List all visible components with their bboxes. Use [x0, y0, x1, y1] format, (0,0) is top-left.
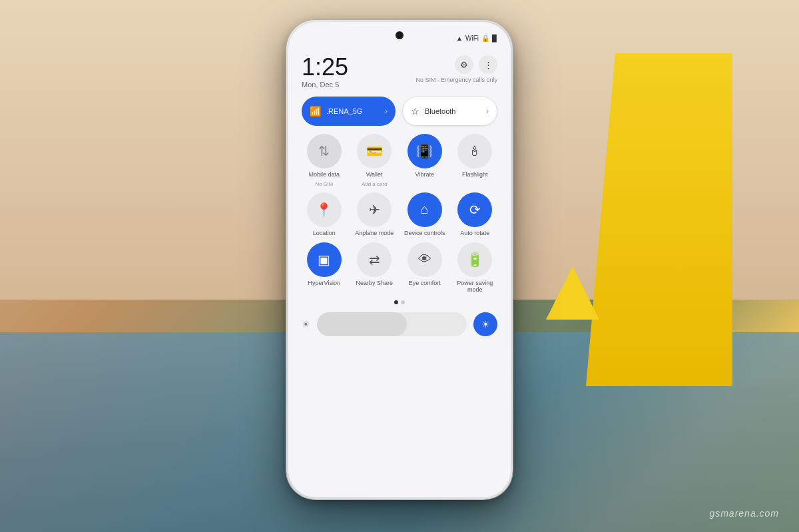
airplane-btn[interactable]: ✈ — [357, 192, 392, 227]
time-display: 1:25 Mon, Dec 5 — [302, 55, 348, 89]
toggle-nearby-share[interactable]: ⇄ Nearby Share — [352, 242, 398, 294]
mobile-data-btn[interactable]: ⇅ — [307, 134, 342, 168]
brightness-min-icon: ☀ — [302, 319, 310, 330]
page-dots — [302, 300, 497, 304]
date-text: Mon, Dec 5 — [302, 81, 348, 89]
battery-icon: ▉ — [492, 35, 497, 42]
nearby-share-btn[interactable]: ⇄ — [357, 242, 392, 277]
flashlight-btn[interactable]: 🕯 — [457, 134, 492, 168]
power-saving-btn[interactable]: 🔋 — [457, 242, 492, 277]
wifi-tile-icon: 📶 — [310, 106, 321, 117]
eye-comfort-btn[interactable]: 👁 — [407, 242, 442, 277]
location-label: Location — [313, 230, 336, 237]
wallet-label: Wallet — [366, 171, 383, 178]
device-controls-btn[interactable]: ⌂ — [407, 192, 442, 227]
toggle-location[interactable]: 📍 Location — [302, 192, 347, 237]
toggles-grid: ⇅ Mobile data No SIM 💳 Wallet Add a card… — [302, 134, 497, 294]
mobile-data-sublabel: No SIM — [315, 181, 333, 187]
toggle-auto-rotate[interactable]: ⟳ Auto rotate — [453, 192, 498, 237]
bluetooth-icon: ☆ — [411, 106, 419, 117]
mobile-data-label: Mobile data — [308, 171, 340, 178]
bluetooth-tile[interactable]: ☆ Bluetooth › — [402, 97, 497, 126]
location-btn[interactable]: 📍 — [307, 192, 342, 227]
auto-rotate-btn[interactable]: ⟳ — [457, 192, 492, 227]
dot-1 — [394, 300, 398, 304]
time-text: 1:25 — [302, 55, 348, 79]
header-actions: ⚙ ⋮ No SIM · Emergency calls only — [415, 55, 497, 83]
more-button[interactable]: ⋮ — [479, 55, 497, 74]
bluetooth-arrow: › — [486, 107, 489, 116]
quick-settings: 1:25 Mon, Dec 5 ⚙ ⋮ No SIM · Emergen — [288, 49, 511, 497]
flashlight-label: Flashlight — [462, 171, 488, 178]
toggle-vibrate[interactable]: 📳 Vibrate — [402, 134, 447, 187]
hypervision-btn[interactable]: ▣ — [307, 242, 342, 277]
time-row: 1:25 Mon, Dec 5 ⚙ ⋮ No SIM · Emergen — [302, 55, 497, 89]
bluetooth-label: Bluetooth — [425, 107, 481, 115]
wifi-tile-label: .RENA_5G — [326, 107, 380, 115]
toggle-device-controls[interactable]: ⌂ Device controls — [402, 192, 447, 237]
vibrate-label: Vibrate — [415, 171, 434, 178]
more-icon: ⋮ — [484, 60, 493, 70]
phone-screen: ▲ WiFi 🔒 ▉ 1:25 Mon, Dec 5 — [288, 22, 511, 497]
status-icons: ▲ WiFi 🔒 ▉ — [456, 35, 497, 42]
eye-comfort-label: Eye comfort — [409, 280, 441, 287]
settings-icon: ⚙ — [460, 60, 468, 70]
brightness-bar[interactable] — [317, 312, 467, 336]
wifi-icon: WiFi — [465, 35, 479, 42]
quick-tiles-row: 📶 .RENA_5G › ☆ Bluetooth › — [302, 97, 497, 126]
nearby-share-label: Nearby Share — [356, 280, 393, 287]
toggle-airplane[interactable]: ✈ Airplane mode — [352, 192, 398, 237]
phone-outer: ▲ WiFi 🔒 ▉ 1:25 Mon, Dec 5 — [286, 20, 513, 499]
brightness-max-icon: ☀ — [481, 319, 490, 330]
dot-2 — [401, 300, 405, 304]
header-buttons: ⚙ ⋮ — [455, 55, 497, 74]
airplane-label: Airplane mode — [355, 230, 394, 237]
phone: ▲ WiFi 🔒 ▉ 1:25 Mon, Dec 5 — [286, 20, 513, 499]
camera-notch — [396, 31, 403, 39]
watermark-text: gsmarena.com — [709, 508, 779, 519]
settings-button[interactable]: ⚙ — [455, 55, 473, 74]
brightness-fill — [317, 312, 407, 336]
toggle-flashlight[interactable]: 🕯 Flashlight — [453, 134, 498, 187]
wallet-sublabel: Add a card — [362, 181, 388, 187]
toggle-mobile-data[interactable]: ⇅ Mobile data No SIM — [302, 134, 347, 187]
signal-icon: ▲ — [456, 35, 463, 42]
hypervision-label: HyperVision — [308, 280, 340, 287]
toggle-eye-comfort[interactable]: 👁 Eye comfort — [402, 242, 447, 294]
brightness-row: ☀ ☀ — [302, 312, 497, 336]
toggle-hypervision[interactable]: ▣ HyperVision — [302, 242, 347, 294]
wifi-tile-arrow: › — [385, 107, 388, 116]
device-controls-label: Device controls — [404, 230, 445, 237]
vibrate-btn[interactable]: 📳 — [407, 134, 442, 168]
wifi-tile[interactable]: 📶 .RENA_5G › — [302, 97, 396, 126]
lock-icon: 🔒 — [481, 35, 489, 42]
toggle-wallet[interactable]: 💳 Wallet Add a card — [352, 134, 398, 187]
wallet-btn[interactable]: 💳 — [357, 134, 392, 168]
auto-rotate-label: Auto rotate — [460, 230, 489, 237]
sim-text: No SIM · Emergency calls only — [415, 77, 497, 83]
brightness-max-button[interactable]: ☀ — [473, 312, 497, 336]
watermark: gsmarena.com — [709, 508, 779, 519]
toggle-power-saving[interactable]: 🔋 Power saving mode — [453, 242, 498, 294]
power-saving-label: Power saving mode — [453, 280, 498, 294]
